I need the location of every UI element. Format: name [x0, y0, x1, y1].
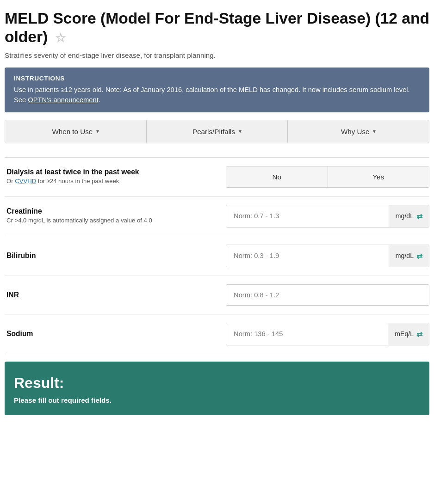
sodium-row: Sodium mEq/L ⇄ — [5, 314, 429, 354]
creatinine-sublabel: Cr >4.0 mg/dL is automatically assigned … — [6, 216, 218, 225]
instructions-text: Use in patients ≥12 years old. Note: As … — [14, 85, 420, 105]
page-title: MELD Score (Model For End-Stage Liver Di… — [5, 9, 429, 47]
dialysis-yes-button[interactable]: Yes — [328, 166, 429, 187]
dialysis-no-button[interactable]: No — [226, 166, 328, 187]
result-label: Result: — [14, 375, 420, 392]
tab-why-use[interactable]: Why Use ▾ — [288, 120, 429, 143]
sodium-input-group: mEq/L ⇄ — [226, 323, 429, 345]
chevron-down-icon: ▾ — [373, 128, 376, 135]
bilirubin-input-group: mg/dL ⇄ — [226, 245, 429, 267]
inr-input-group — [226, 284, 429, 306]
result-sublabel: Please fill out required fields. — [14, 396, 420, 404]
dialysis-yn-group: No Yes — [226, 166, 429, 188]
creatinine-input[interactable] — [226, 205, 389, 227]
bilirubin-unit: mg/dL ⇄ — [389, 245, 429, 267]
tabs-row: When to Use ▾ Pearls/Pitfalls ▾ Why Use … — [5, 120, 429, 143]
dialysis-row: Dialysis at least twice in the past week… — [5, 158, 429, 197]
cvvhd-link[interactable]: CVVHD — [15, 178, 36, 184]
instructions-box: INSTRUCTIONS Use in patients ≥12 years o… — [5, 68, 429, 112]
unit-swap-icon[interactable]: ⇄ — [416, 252, 422, 260]
unit-swap-icon[interactable]: ⇄ — [416, 212, 422, 221]
inr-input[interactable] — [226, 285, 429, 305]
sodium-label: Sodium — [6, 330, 218, 338]
creatinine-input-group: mg/dL ⇄ — [226, 205, 429, 227]
sodium-input[interactable] — [226, 323, 388, 345]
chevron-down-icon: ▾ — [96, 128, 99, 135]
optn-link[interactable]: OPTN's announcement — [28, 96, 99, 104]
chevron-down-icon: ▾ — [239, 128, 242, 135]
creatinine-label: Creatinine — [6, 207, 218, 215]
bilirubin-label: Bilirubin — [6, 252, 218, 260]
tab-when-to-use[interactable]: When to Use ▾ — [5, 120, 147, 143]
tab-pearls-pitfalls[interactable]: Pearls/Pitfalls ▾ — [147, 120, 288, 143]
creatinine-unit: mg/dL ⇄ — [389, 205, 429, 227]
sodium-unit: mEq/L ⇄ — [388, 323, 429, 345]
instructions-label: INSTRUCTIONS — [14, 75, 420, 82]
page-subtitle: Stratifies severity of end-stage liver d… — [5, 51, 429, 59]
dialysis-label: Dialysis at least twice in the past week — [6, 168, 218, 176]
result-box: Result: Please fill out required fields. — [5, 362, 429, 415]
bilirubin-row: Bilirubin mg/dL ⇄ — [5, 236, 429, 276]
bilirubin-input[interactable] — [226, 245, 389, 267]
inr-label: INR — [6, 291, 218, 299]
creatinine-row: Creatinine Cr >4.0 mg/dL is automaticall… — [5, 197, 429, 236]
form-section: Dialysis at least twice in the past week… — [5, 157, 429, 354]
favorite-icon[interactable]: ☆ — [55, 31, 66, 44]
dialysis-sublabel: Or CVVHD for ≥24 hours in the past week — [6, 177, 218, 185]
inr-row: INR — [5, 276, 429, 314]
unit-swap-icon[interactable]: ⇄ — [416, 330, 422, 338]
